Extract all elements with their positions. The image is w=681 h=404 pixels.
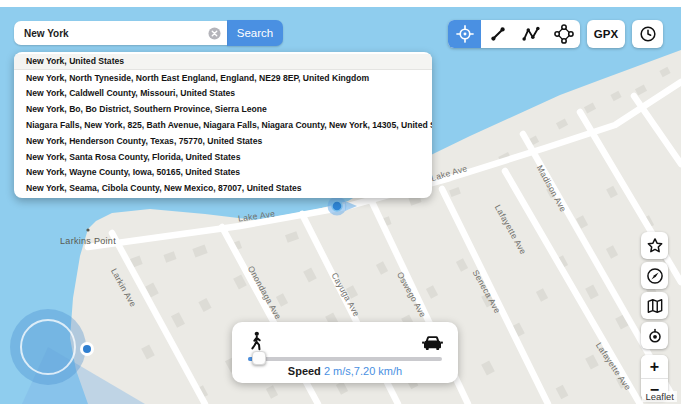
suggestion-item[interactable]: Niagara Falls, New York, 825, Bath Avenu… [14, 117, 432, 133]
locate-me-button[interactable] [641, 322, 668, 349]
suggestion-item[interactable]: New York, North Tyneside, North East Eng… [14, 70, 432, 86]
clock-icon [638, 24, 658, 44]
pedestrian-icon [248, 331, 265, 352]
search-input-value: New York [24, 28, 69, 39]
speed-slider-track[interactable] [248, 357, 442, 361]
search-suggestions: New York, United States New York, North … [14, 52, 432, 198]
zoom-in-button[interactable]: + [641, 355, 668, 378]
speed-readout: Speed 2 m/s,7.20 km/h [232, 365, 458, 377]
suggestion-item[interactable]: New York, Henderson County, Texas, 75770… [14, 133, 432, 149]
locate-icon [645, 326, 665, 346]
side-controls: + − [641, 232, 668, 400]
polygon-icon [553, 23, 575, 45]
line-tool-button[interactable] [481, 20, 514, 48]
car-icon [421, 334, 444, 351]
history-button[interactable] [632, 20, 663, 48]
suggestion-item[interactable]: New York, Caldwell County, Missouri, Uni… [14, 86, 432, 102]
star-icon [645, 236, 665, 256]
map-icon [645, 296, 665, 316]
gpx-button[interactable]: GPX [587, 20, 625, 48]
suggestion-item[interactable]: New York, Seama, Cibola County, New Mexi… [14, 180, 432, 196]
crosshair-icon [454, 23, 476, 45]
polyline-icon [520, 23, 542, 45]
polygon-tool-button[interactable] [547, 20, 580, 48]
suggestion-item[interactable]: New York, Wayne County, Iowa, 50165, Uni… [14, 165, 432, 181]
suggestion-item[interactable]: New York, Bo, Bo District, Southern Prov… [14, 101, 432, 117]
speed-label: Speed [288, 365, 321, 377]
search-bar: New York Search [14, 20, 283, 46]
app: Lake Ave Lake Ave Larkin Ave Onondaga Av… [0, 0, 681, 404]
line-segment-icon [487, 23, 509, 45]
map-attribution[interactable]: Leaflet [642, 391, 677, 402]
speed-value: 2 m/s,7.20 km/h [324, 365, 402, 377]
speed-panel: Speed 2 m/s,7.20 km/h [232, 322, 458, 383]
polyline-tool-button[interactable] [514, 20, 547, 48]
search-button[interactable]: Search [227, 20, 283, 46]
compass-icon [645, 266, 665, 286]
suggestion-item[interactable]: New York, Santa Rosa County, Florida, Un… [14, 149, 432, 165]
favorites-button[interactable] [641, 232, 668, 259]
toolbar: GPX [448, 20, 663, 48]
place-dot [86, 228, 89, 231]
tool-group [448, 20, 580, 48]
layers-button[interactable] [641, 292, 668, 319]
locate-tool-button[interactable] [448, 20, 481, 48]
search-input[interactable]: New York [14, 21, 227, 45]
speed-slider-handle[interactable] [252, 351, 266, 365]
clear-icon[interactable] [208, 27, 221, 40]
suggestion-item[interactable]: New York, United States [14, 54, 432, 70]
place-label: Larkins Point [60, 236, 116, 246]
compass-button[interactable] [641, 262, 668, 289]
